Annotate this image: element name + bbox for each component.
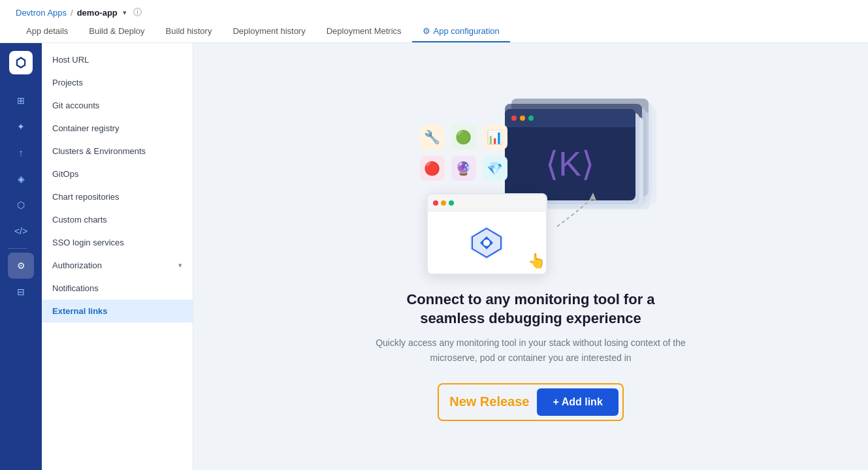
nav-icon-security[interactable]: ⬡ <box>8 192 34 218</box>
tool-icon-5: 🔮 <box>451 156 476 181</box>
front-dot-green <box>449 200 454 206</box>
nav-icon-group[interactable]: ◈ <box>8 166 34 192</box>
dot-red <box>511 116 517 121</box>
breadcrumb-current: demo-app <box>77 8 118 18</box>
tool-icon-2: 🟢 <box>451 125 476 149</box>
tab-build-deploy[interactable]: Build & Deploy <box>78 21 155 42</box>
gear-icon: ⚙ <box>423 26 430 36</box>
empty-state-description: Quickly access any monitoring tool in yo… <box>374 336 688 365</box>
sidebar: Host URLProjectsGit accountsContainer re… <box>42 43 193 470</box>
tab-deployment-history[interactable]: Deployment history <box>222 21 315 42</box>
nav-icon-code[interactable]: </> <box>8 218 34 244</box>
tools-grid: 🔧 🟢 📊 🔴 🔮 💎 <box>420 125 507 181</box>
sidebar-item-gitops[interactable]: GitOps <box>42 163 193 185</box>
browser-bar <box>505 109 635 127</box>
kotlin-logo: ⟨K⟩ <box>545 144 594 183</box>
sidebar-item-authorization[interactable]: Authorization▾ <box>42 254 193 277</box>
new-release-badge: New Release <box>449 394 529 409</box>
sidebar-item-label: Clusters & Environments <box>52 146 146 156</box>
sidebar-item-label: External links <box>52 306 108 316</box>
tab-app-details[interactable]: App details <box>16 21 78 42</box>
sidebar-item-label: Notifications <box>52 283 99 293</box>
tool-icon-1: 🔧 <box>420 125 445 149</box>
app-logo <box>9 51 33 74</box>
empty-state-title: Connect to any monitoring tool for a sea… <box>374 290 688 328</box>
devtron-logo <box>467 223 506 262</box>
dot-green <box>528 116 534 121</box>
icon-nav: ⊞✦↑◈⬡</>⚙⊟ <box>0 43 42 470</box>
tool-icon-3: 📊 <box>483 125 507 149</box>
nav-icon-settings[interactable]: ✦ <box>8 114 34 140</box>
sidebar-item-external-links[interactable]: External links <box>42 300 193 322</box>
main-layout: ⊞✦↑◈⬡</>⚙⊟ Host URLProjectsGit accountsC… <box>0 43 868 470</box>
sidebar-item-label: Authorization <box>52 260 102 270</box>
breadcrumb-sep: / <box>71 8 73 18</box>
sidebar-item-notifications[interactable]: Notifications <box>42 277 193 300</box>
sidebar-item-label: Container registry <box>52 123 120 133</box>
add-link-button[interactable]: + Add link <box>537 388 618 416</box>
breadcrumb: Devtron Apps / demo-app ▾ ⓘ <box>16 0 852 21</box>
sidebar-item-label: Host URL <box>52 55 89 65</box>
chevron-down-icon[interactable]: ▾ <box>123 8 127 17</box>
arrow-illustration <box>551 187 603 236</box>
tabs-row: App detailsBuild & DeployBuild historyDe… <box>16 21 852 42</box>
dot-yellow <box>520 116 525 121</box>
cursor-icon: 👆 <box>528 253 545 270</box>
svg-point-2 <box>483 240 490 246</box>
front-dot-yellow <box>441 200 446 206</box>
tool-icon-4: 🔴 <box>420 156 445 181</box>
front-dot-red <box>433 200 438 206</box>
nav-icon-layers[interactable]: ⊟ <box>8 279 34 305</box>
chevron-down-icon: ▾ <box>178 261 182 270</box>
browser-front-bar <box>428 195 546 212</box>
sidebar-item-git-accounts[interactable]: Git accounts <box>42 94 193 117</box>
sidebar-item-label: SSO login services <box>52 238 124 247</box>
sidebar-item-label: Chart repositories <box>52 192 120 202</box>
info-icon[interactable]: ⓘ <box>133 7 142 18</box>
tool-icon-6: 💎 <box>483 156 507 181</box>
empty-state: ⟨K⟩ 🔧 🟢 📊 🔴 🔮 💎 <box>374 92 688 421</box>
cta-row: New Release + Add link <box>438 383 624 421</box>
svg-marker-3 <box>590 193 596 200</box>
sidebar-item-custom-charts[interactable]: Custom charts <box>42 208 193 231</box>
sidebar-item-chart-repositories[interactable]: Chart repositories <box>42 185 193 208</box>
sidebar-item-container-registry[interactable]: Container registry <box>42 117 193 140</box>
sidebar-item-host-url[interactable]: Host URL <box>42 48 193 71</box>
browser-main-window: ⟨K⟩ <box>505 109 635 200</box>
tab-deployment-metrics[interactable]: Deployment Metrics <box>316 21 412 42</box>
nav-divider-6 <box>8 248 27 249</box>
sidebar-item-projects[interactable]: Projects <box>42 71 193 94</box>
nav-icon-dashboard[interactable]: ⊞ <box>8 87 34 114</box>
sidebar-item-label: Custom charts <box>52 215 107 225</box>
sidebar-item-clusters-environments[interactable]: Clusters & Environments <box>42 140 193 163</box>
sidebar-item-sso-login[interactable]: SSO login services <box>42 231 193 254</box>
tab-app-configuration[interactable]: ⚙App configuration <box>412 21 510 42</box>
nav-icon-gear[interactable]: ⚙ <box>8 253 34 279</box>
breadcrumb-parent-link[interactable]: Devtron Apps <box>16 8 67 18</box>
tab-build-history[interactable]: Build history <box>155 21 223 42</box>
sidebar-item-label: GitOps <box>52 169 78 179</box>
illustration: ⟨K⟩ 🔧 🟢 📊 🔴 🔮 💎 <box>407 92 655 275</box>
top-header: Devtron Apps / demo-app ▾ ⓘ App detailsB… <box>0 0 868 43</box>
sidebar-item-label: Projects <box>52 78 83 87</box>
sidebar-item-label: Git accounts <box>52 101 99 110</box>
nav-icon-deploy[interactable]: ↑ <box>8 140 34 166</box>
content-area: ⟨K⟩ 🔧 🟢 📊 🔴 🔮 💎 <box>193 43 868 470</box>
